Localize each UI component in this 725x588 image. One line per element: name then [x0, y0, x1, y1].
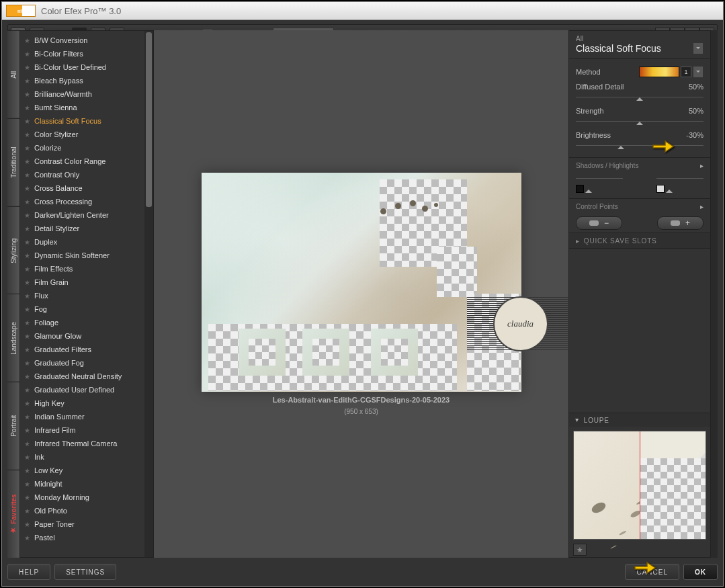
filter-item[interactable]: ★Flux [20, 289, 144, 302]
slider-label: Diffused Detail [576, 83, 624, 91]
filter-item[interactable]: ★Indian Summer [20, 410, 144, 423]
filter-item[interactable]: ★Colorize [20, 141, 144, 155]
filter-item[interactable]: ★Midnight [20, 477, 144, 491]
method-label: Method [576, 68, 601, 76]
settings-button[interactable]: SETTINGS [54, 564, 116, 580]
slider-label: Brightness [576, 131, 611, 139]
filter-item[interactable]: ★Bi-Color Filters [20, 47, 144, 60]
filter-item[interactable]: ★Graduated Fog [20, 356, 144, 370]
slider-value: 50% [689, 83, 703, 91]
filter-item[interactable]: ★Graduated User Defined [20, 383, 144, 396]
filter-scrollbar[interactable] [144, 31, 153, 557]
cancel-button[interactable]: CANCEL [625, 564, 679, 580]
method-value: 1 [681, 67, 691, 77]
loupe-view[interactable] [573, 431, 706, 540]
filter-item[interactable]: ★Cross Balance [20, 181, 144, 195]
panel-title-dropdown[interactable] [693, 42, 703, 54]
filter-item[interactable]: ★Low Key [20, 464, 144, 477]
filter-item[interactable]: ★Duplex [20, 235, 144, 249]
slider-value: -30% [686, 131, 703, 139]
slider-track[interactable] [576, 118, 703, 125]
panel-group-label: All [576, 35, 703, 42]
filter-item[interactable]: ★Film Effects [20, 262, 144, 276]
footer: HELP SETTINGS CANCEL OK [7, 562, 718, 582]
quick-save-header[interactable]: ▸QUICK SAVE SLOTS [569, 233, 710, 249]
method-dropdown[interactable] [693, 66, 703, 78]
filter-item[interactable]: ★Classical Soft Focus [20, 114, 144, 128]
filter-item[interactable]: ★Ink [20, 450, 144, 464]
filter-item[interactable]: ★High Key [20, 396, 144, 410]
panel-title: Classical Soft Focus [576, 43, 661, 54]
filter-item[interactable]: ★Film Grain [20, 276, 144, 289]
app-title: Color Efex Pro™ 3.0 [41, 6, 121, 16]
category-tab-portrait[interactable]: Portrait [7, 382, 19, 470]
category-tab-favorites[interactable]: ★Favorites [7, 470, 19, 558]
preview-filename: Les-Abstrait-van-EdithG-CGSFDesigns-20-0… [273, 396, 450, 404]
category-tab-all[interactable]: All [7, 30, 19, 118]
watermark: claudia [467, 297, 574, 351]
filter-item[interactable]: ★Foliage [20, 316, 144, 329]
category-tab-landscape[interactable]: Landscape [7, 294, 19, 382]
filter-item[interactable]: ★Old Photo [20, 504, 144, 517]
slider-track[interactable] [576, 94, 703, 101]
filter-item[interactable]: ★Infrared Film [20, 423, 144, 437]
filter-panel: ★B/W Conversion★Bi-Color Filters★Bi-Colo… [19, 30, 154, 558]
filter-item[interactable]: ★Bleach Bypass [20, 74, 144, 87]
slider-label: Strength [576, 107, 604, 115]
filter-item[interactable]: ★Infrared Thermal Camera [20, 437, 144, 450]
method-swatch[interactable] [639, 67, 679, 77]
filter-item[interactable]: ★Brilliance/Warmth [20, 87, 144, 101]
category-tab-traditional[interactable]: Traditional [7, 118, 19, 206]
titlebar: nik Color Efex Pro™ 3.0 [2, 2, 723, 20]
slider-value: 50% [689, 107, 703, 115]
filter-item[interactable]: ★Pastel [20, 531, 144, 544]
filter-item[interactable]: ★Fog [20, 302, 144, 316]
filter-item[interactable]: ★B/W Conversion [20, 34, 144, 47]
panel-scrollbar[interactable] [711, 30, 718, 558]
preview-image[interactable]: claudia [202, 173, 521, 392]
category-tabs: AllTraditionalStylizingLandscapePortrait… [7, 30, 19, 558]
app-logo: nik [6, 5, 36, 17]
filter-item[interactable]: ★Darken/Lighten Center [20, 208, 144, 222]
filter-item[interactable]: ★Bi-Color User Defined [20, 60, 144, 74]
filter-item[interactable]: ★Glamour Glow [20, 329, 144, 343]
control-point-add-button[interactable]: + [657, 216, 703, 230]
slider-track[interactable] [576, 142, 703, 149]
control-point-remove-button[interactable]: − [576, 216, 622, 230]
filter-item[interactable]: ★Color Stylizer [20, 128, 144, 141]
filter-item[interactable]: ★Dynamic Skin Softener [20, 249, 144, 262]
filter-item[interactable]: ★Graduated Neutral Density [20, 370, 144, 383]
category-tab-stylizing[interactable]: Stylizing [7, 206, 19, 294]
filter-item[interactable]: ★Monday Morning [20, 491, 144, 504]
help-button[interactable]: HELP [7, 564, 50, 580]
filter-item[interactable]: ★Paper Toner [20, 517, 144, 531]
filter-item[interactable]: ★Graduated Filters [20, 343, 144, 356]
preview-dimensions: (950 x 653) [344, 408, 378, 415]
loupe-header[interactable]: ▸LOUPE [569, 413, 710, 427]
filter-item[interactable]: ★Contrast Only [20, 168, 144, 181]
filter-item[interactable]: ★Detail Stylizer [20, 222, 144, 235]
filter-item[interactable]: ★Burnt Sienna [20, 101, 144, 114]
settings-panel: All Classical Soft Focus Method 1 Diffus… [568, 30, 711, 558]
filter-item[interactable]: ★Contrast Color Range [20, 155, 144, 168]
filter-item[interactable]: ★Cross Processing [20, 195, 144, 208]
loupe-favorite-button[interactable]: ★ [573, 544, 587, 556]
shadow-swatch[interactable] [576, 185, 584, 193]
highlight-swatch[interactable] [656, 185, 665, 193]
ok-button[interactable]: OK [683, 564, 718, 580]
preview-area: claudia Les-Abstrait-van-EdithG-CGSFDesi… [154, 30, 568, 558]
control-points-header[interactable]: Control Points▸ [569, 198, 710, 214]
shadows-highlights-header[interactable]: Shadows / Highlights▸ [569, 157, 710, 173]
